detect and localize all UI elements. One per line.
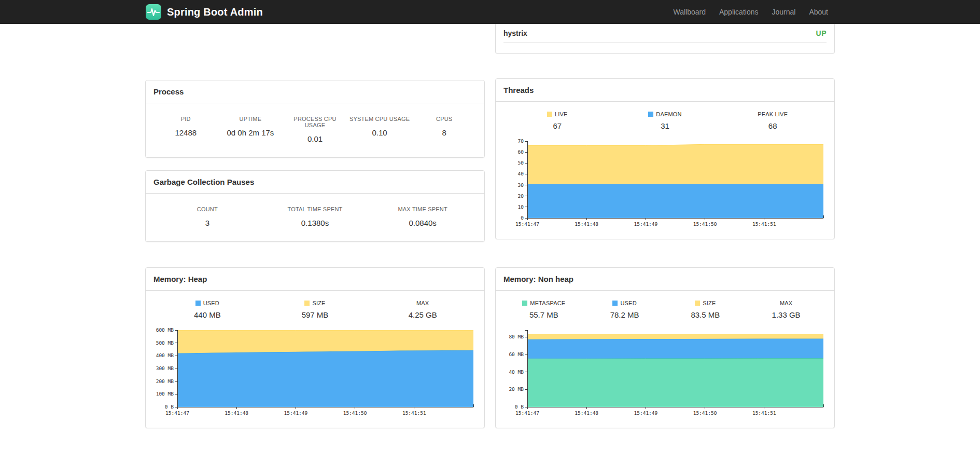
health-panel-fragment: hystrix UP — [495, 24, 835, 53]
svg-text:30: 30 — [518, 182, 524, 188]
svg-text:15:41:48: 15:41:48 — [575, 221, 598, 227]
threads-area-daemon — [527, 184, 823, 218]
svg-text:40: 40 — [518, 171, 524, 176]
svg-text:20: 20 — [518, 193, 524, 199]
nav-link-applications[interactable]: Applications — [712, 0, 765, 24]
heap-legend: USED440 MBSIZE597 MBMAX4.25 GB — [153, 300, 477, 321]
gc-metrics-row: COUNT3TOTAL TIME SPENT0.1380sMAX TIME SP… — [153, 206, 477, 229]
nav-link-wallboard[interactable]: Wallboard — [666, 0, 712, 24]
metric-value: 0.1380s — [261, 217, 369, 229]
panel-title: Process — [146, 80, 484, 103]
navbar-inner: Spring Boot Admin WallboardApplicationsJ… — [137, 0, 843, 24]
legend-label: DAEMON — [611, 111, 719, 117]
legend-value: 78.2 MB — [584, 309, 665, 321]
legend-item-used: USED440 MB — [153, 300, 261, 321]
legend-item-metaspace: METASPACE55.7 MB — [503, 300, 584, 321]
svg-text:15:41:49: 15:41:49 — [634, 221, 658, 227]
health-item-name: hystrix — [503, 29, 527, 37]
metric-max-time-spent: MAX TIME SPENT0.0840s — [369, 206, 477, 229]
metric-label: PID — [153, 116, 218, 122]
left-column: Process PID12488UPTIME0d 0h 2m 17sPROCES… — [145, 24, 485, 242]
nav-links: WallboardApplicationsJournalAbout — [666, 0, 835, 24]
legend-label: MAX — [369, 300, 477, 306]
metric-process-cpu-usage: PROCESS CPU USAGE0.01 — [283, 116, 347, 145]
panel-title: Memory: Non heap — [496, 268, 834, 291]
legend-label: SIZE — [665, 300, 746, 306]
heap-panel-body: USED440 MBSIZE597 MBMAX4.25 GB 0 B100 MB… — [146, 291, 484, 428]
navbar: Spring Boot Admin WallboardApplicationsJ… — [0, 0, 980, 24]
svg-text:100 MB: 100 MB — [156, 391, 174, 397]
svg-text:300 MB: 300 MB — [156, 365, 174, 371]
svg-text:400 MB: 400 MB — [156, 352, 174, 358]
metric-value: 0.01 — [283, 133, 347, 145]
svg-text:0 B: 0 B — [165, 404, 174, 410]
panel-title: Threads — [496, 79, 834, 102]
svg-text:20 MB: 20 MB — [509, 386, 524, 392]
legend-item-max: MAX1.33 GB — [746, 300, 827, 321]
metric-label: PROCESS CPU USAGE — [283, 116, 347, 128]
svg-text:10: 10 — [518, 204, 524, 210]
nonheap-chart: 0 B20 MB40 MB60 MB80 MB15:41:4715:41:481… — [503, 326, 827, 418]
svg-text:15:41:48: 15:41:48 — [225, 410, 248, 416]
metric-label: MAX TIME SPENT — [369, 206, 477, 212]
gc-panel-body: COUNT3TOTAL TIME SPENT0.1380sMAX TIME SP… — [146, 194, 484, 241]
legend-value: 68 — [719, 120, 827, 132]
threads-area-live — [527, 144, 823, 184]
svg-text:15:41:50: 15:41:50 — [693, 410, 717, 416]
svg-text:500 MB: 500 MB — [156, 340, 174, 346]
svg-text:15:41:49: 15:41:49 — [284, 410, 308, 416]
heap-panel: Memory: Heap USED440 MBSIZE597 MBMAX4.25… — [145, 267, 485, 428]
nonheap-area-used — [527, 338, 823, 358]
legend-label: USED — [584, 300, 665, 306]
nonheap-area-metaspace — [527, 358, 823, 407]
legend-label: USED — [153, 300, 261, 306]
metric-uptime: UPTIME0d 0h 2m 17s — [218, 116, 283, 145]
nav-link-about[interactable]: About — [802, 0, 835, 24]
metric-count: COUNT3 — [153, 206, 261, 229]
legend-value: 31 — [611, 120, 719, 132]
svg-text:15:41:50: 15:41:50 — [343, 410, 367, 416]
brand-link[interactable]: Spring Boot Admin — [145, 4, 263, 20]
metric-label: CPUS — [412, 116, 477, 122]
metric-label: SYSTEM CPU USAGE — [347, 116, 412, 122]
svg-text:15:41:51: 15:41:51 — [752, 221, 776, 227]
metric-value: 0.0840s — [369, 217, 477, 229]
metric-pid: PID12488 — [153, 116, 218, 145]
nav-link-journal[interactable]: Journal — [765, 0, 802, 24]
legend-swatch-icon — [648, 112, 653, 117]
legend-label: SIZE — [261, 300, 369, 306]
svg-text:50: 50 — [518, 160, 524, 166]
svg-text:60 MB: 60 MB — [509, 351, 524, 357]
svg-text:15:41:48: 15:41:48 — [575, 410, 598, 416]
legend-item-size: SIZE597 MB — [261, 300, 369, 321]
svg-text:15:41:49: 15:41:49 — [634, 410, 658, 416]
metric-label: COUNT — [153, 206, 261, 212]
heap-area-used — [177, 350, 473, 407]
panel-title: Memory: Heap — [146, 268, 484, 291]
legend-item-live: LIVE67 — [503, 111, 611, 132]
metric-cpus: CPUS8 — [412, 116, 477, 145]
svg-text:15:41:47: 15:41:47 — [515, 410, 539, 416]
legend-label: PEAK LIVE — [719, 111, 827, 117]
legend-value: 4.25 GB — [369, 309, 477, 321]
svg-text:70: 70 — [518, 138, 524, 144]
nonheap-panel: Memory: Non heap METASPACE55.7 MBUSED78.… — [495, 267, 835, 428]
metric-value: 12488 — [153, 127, 218, 139]
brand-title: Spring Boot Admin — [167, 6, 263, 18]
svg-text:600 MB: 600 MB — [156, 327, 174, 333]
legend-swatch-icon — [522, 301, 527, 306]
svg-text:40 MB: 40 MB — [509, 369, 524, 375]
health-panel-body: hystrix UP — [496, 24, 834, 53]
metric-system-cpu-usage: SYSTEM CPU USAGE0.10 — [347, 116, 412, 145]
svg-text:60: 60 — [518, 149, 524, 155]
right-column: hystrix UP Threads LIVE67DAEMON31PEAK LI… — [495, 24, 835, 239]
legend-value: 83.5 MB — [665, 309, 746, 321]
legend-item-max: MAX4.25 GB — [369, 300, 477, 321]
legend-label: LIVE — [503, 111, 611, 117]
threads-panel: Threads LIVE67DAEMON31PEAK LIVE68 010203… — [495, 78, 835, 239]
svg-text:15:41:51: 15:41:51 — [402, 410, 426, 416]
legend-swatch-icon — [547, 112, 552, 117]
legend-label: MAX — [746, 300, 827, 306]
legend-value: 597 MB — [261, 309, 369, 321]
nonheap-legend: METASPACE55.7 MBUSED78.2 MBSIZE83.5 MBMA… — [503, 300, 827, 321]
